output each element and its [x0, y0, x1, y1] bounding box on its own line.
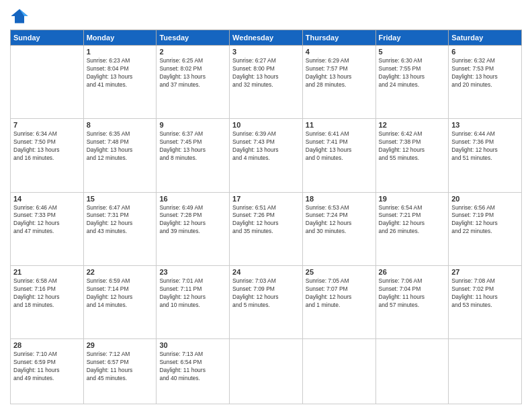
- day-number: 30: [159, 341, 226, 349]
- weekday-header-thursday: Thursday: [302, 30, 375, 46]
- day-number: 5: [379, 48, 446, 56]
- calendar-cell: 11Sunrise: 6:41 AMSunset: 7:41 PMDayligh…: [302, 119, 375, 192]
- day-number: 16: [159, 195, 226, 203]
- day-number: 22: [87, 268, 154, 276]
- calendar-cell: 22Sunrise: 6:59 AMSunset: 7:14 PMDayligh…: [83, 265, 157, 338]
- calendar-cell: 6Sunrise: 6:32 AMSunset: 7:53 PMDaylight…: [449, 46, 522, 119]
- weekday-header-monday: Monday: [83, 30, 157, 46]
- day-number: 12: [379, 121, 446, 129]
- day-info: Sunrise: 6:23 AMSunset: 8:04 PMDaylight:…: [87, 57, 154, 89]
- logo: [10, 7, 32, 26]
- day-info: Sunrise: 6:37 AMSunset: 7:45 PMDaylight:…: [159, 130, 226, 163]
- day-number: 10: [232, 121, 300, 129]
- day-info: Sunrise: 6:51 AMSunset: 7:26 PMDaylight:…: [232, 204, 300, 236]
- day-info: Sunrise: 6:42 AMSunset: 7:38 PMDaylight:…: [379, 130, 446, 163]
- day-number: 18: [306, 195, 373, 203]
- calendar-cell: 3Sunrise: 6:27 AMSunset: 8:00 PMDaylight…: [230, 46, 303, 119]
- day-info: Sunrise: 6:56 AMSunset: 7:19 PMDaylight:…: [451, 204, 519, 236]
- calendar-cell: 15Sunrise: 6:47 AMSunset: 7:31 PMDayligh…: [83, 192, 157, 265]
- day-info: Sunrise: 7:03 AMSunset: 7:09 PMDaylight:…: [232, 277, 300, 310]
- calendar-cell: 14Sunrise: 6:46 AMSunset: 7:33 PMDayligh…: [11, 192, 84, 265]
- day-info: Sunrise: 6:58 AMSunset: 7:16 PMDaylight:…: [13, 277, 81, 310]
- calendar-cell: [230, 339, 303, 404]
- weekday-header-tuesday: Tuesday: [157, 30, 230, 46]
- calendar-cell: 29Sunrise: 7:12 AMSunset: 6:57 PMDayligh…: [83, 339, 157, 404]
- calendar-cell: 20Sunrise: 6:56 AMSunset: 7:19 PMDayligh…: [449, 192, 522, 265]
- calendar-cell: 8Sunrise: 6:35 AMSunset: 7:48 PMDaylight…: [83, 119, 157, 192]
- calendar-cell: 13Sunrise: 6:44 AMSunset: 7:36 PMDayligh…: [449, 119, 522, 192]
- day-number: 19: [379, 195, 446, 203]
- day-number: 15: [87, 195, 154, 203]
- calendar-week-2: 7Sunrise: 6:34 AMSunset: 7:50 PMDaylight…: [11, 119, 522, 192]
- weekday-header-sunday: Sunday: [11, 30, 84, 46]
- day-number: 28: [13, 341, 81, 349]
- day-info: Sunrise: 6:44 AMSunset: 7:36 PMDaylight:…: [451, 130, 519, 163]
- day-number: 17: [232, 195, 300, 203]
- day-number: 26: [379, 268, 446, 276]
- day-number: 11: [306, 121, 373, 129]
- day-info: Sunrise: 6:29 AMSunset: 7:57 PMDaylight:…: [306, 57, 373, 89]
- calendar-cell: [11, 46, 84, 119]
- day-number: 2: [159, 48, 226, 56]
- day-info: Sunrise: 6:32 AMSunset: 7:53 PMDaylight:…: [451, 57, 519, 89]
- calendar-cell: 5Sunrise: 6:30 AMSunset: 7:55 PMDaylight…: [375, 46, 449, 119]
- day-info: Sunrise: 6:49 AMSunset: 7:28 PMDaylight:…: [159, 204, 226, 236]
- day-info: Sunrise: 6:47 AMSunset: 7:31 PMDaylight:…: [87, 204, 154, 236]
- logo-icon: [10, 7, 29, 26]
- calendar-week-3: 14Sunrise: 6:46 AMSunset: 7:33 PMDayligh…: [11, 192, 522, 265]
- day-info: Sunrise: 6:27 AMSunset: 8:00 PMDaylight:…: [232, 57, 300, 89]
- calendar-cell: 10Sunrise: 6:39 AMSunset: 7:43 PMDayligh…: [230, 119, 303, 192]
- day-number: 7: [13, 121, 81, 129]
- calendar-cell: 28Sunrise: 7:10 AMSunset: 6:59 PMDayligh…: [11, 339, 84, 404]
- calendar-cell: 21Sunrise: 6:58 AMSunset: 7:16 PMDayligh…: [11, 265, 84, 338]
- day-number: 3: [232, 48, 300, 56]
- calendar-cell: 7Sunrise: 6:34 AMSunset: 7:50 PMDaylight…: [11, 119, 84, 192]
- day-info: Sunrise: 7:13 AMSunset: 6:54 PMDaylight:…: [159, 351, 226, 383]
- day-info: Sunrise: 7:06 AMSunset: 7:04 PMDaylight:…: [379, 277, 446, 310]
- day-info: Sunrise: 6:34 AMSunset: 7:50 PMDaylight:…: [13, 130, 81, 163]
- day-info: Sunrise: 6:46 AMSunset: 7:33 PMDaylight:…: [13, 204, 81, 236]
- calendar-cell: 9Sunrise: 6:37 AMSunset: 7:45 PMDaylight…: [157, 119, 230, 192]
- calendar-cell: [302, 339, 375, 404]
- calendar-cell: 17Sunrise: 6:51 AMSunset: 7:26 PMDayligh…: [230, 192, 303, 265]
- day-number: 6: [451, 48, 519, 56]
- calendar-cell: 16Sunrise: 6:49 AMSunset: 7:28 PMDayligh…: [157, 192, 230, 265]
- day-info: Sunrise: 6:39 AMSunset: 7:43 PMDaylight:…: [232, 130, 300, 163]
- calendar-week-5: 28Sunrise: 7:10 AMSunset: 6:59 PMDayligh…: [11, 339, 522, 404]
- day-number: 25: [306, 268, 373, 276]
- calendar-cell: 27Sunrise: 7:08 AMSunset: 7:02 PMDayligh…: [449, 265, 522, 338]
- calendar-cell: 30Sunrise: 7:13 AMSunset: 6:54 PMDayligh…: [157, 339, 230, 404]
- calendar-cell: 1Sunrise: 6:23 AMSunset: 8:04 PMDaylight…: [83, 46, 157, 119]
- day-info: Sunrise: 6:53 AMSunset: 7:24 PMDaylight:…: [306, 204, 373, 236]
- day-number: 4: [306, 48, 373, 56]
- day-info: Sunrise: 6:25 AMSunset: 8:02 PMDaylight:…: [159, 57, 226, 89]
- day-info: Sunrise: 7:10 AMSunset: 6:59 PMDaylight:…: [13, 351, 81, 383]
- day-number: 1: [87, 48, 154, 56]
- weekday-header-wednesday: Wednesday: [230, 30, 303, 46]
- calendar-cell: 24Sunrise: 7:03 AMSunset: 7:09 PMDayligh…: [230, 265, 303, 338]
- calendar-cell: 18Sunrise: 6:53 AMSunset: 7:24 PMDayligh…: [302, 192, 375, 265]
- day-number: 20: [451, 195, 519, 203]
- calendar-cell: 12Sunrise: 6:42 AMSunset: 7:38 PMDayligh…: [375, 119, 449, 192]
- calendar-cell: 23Sunrise: 7:01 AMSunset: 7:11 PMDayligh…: [157, 265, 230, 338]
- calendar-cell: 26Sunrise: 7:06 AMSunset: 7:04 PMDayligh…: [375, 265, 449, 338]
- calendar-cell: [449, 339, 522, 404]
- day-info: Sunrise: 6:54 AMSunset: 7:21 PMDaylight:…: [379, 204, 446, 236]
- day-info: Sunrise: 7:05 AMSunset: 7:07 PMDaylight:…: [306, 277, 373, 310]
- day-number: 14: [13, 195, 81, 203]
- day-info: Sunrise: 6:59 AMSunset: 7:14 PMDaylight:…: [87, 277, 154, 310]
- day-info: Sunrise: 7:08 AMSunset: 7:02 PMDaylight:…: [451, 277, 519, 310]
- weekday-header-row: SundayMondayTuesdayWednesdayThursdayFrid…: [11, 30, 522, 46]
- calendar-table: SundayMondayTuesdayWednesdayThursdayFrid…: [10, 30, 522, 404]
- calendar-cell: 19Sunrise: 6:54 AMSunset: 7:21 PMDayligh…: [375, 192, 449, 265]
- weekday-header-friday: Friday: [375, 30, 449, 46]
- day-info: Sunrise: 6:41 AMSunset: 7:41 PMDaylight:…: [306, 130, 373, 163]
- day-number: 23: [159, 268, 226, 276]
- page-header: [10, 7, 522, 26]
- day-info: Sunrise: 7:12 AMSunset: 6:57 PMDaylight:…: [87, 351, 154, 383]
- calendar-cell: [375, 339, 449, 404]
- day-number: 21: [13, 268, 81, 276]
- calendar-cell: 4Sunrise: 6:29 AMSunset: 7:57 PMDaylight…: [302, 46, 375, 119]
- day-number: 13: [451, 121, 519, 129]
- day-info: Sunrise: 7:01 AMSunset: 7:11 PMDaylight:…: [159, 277, 226, 310]
